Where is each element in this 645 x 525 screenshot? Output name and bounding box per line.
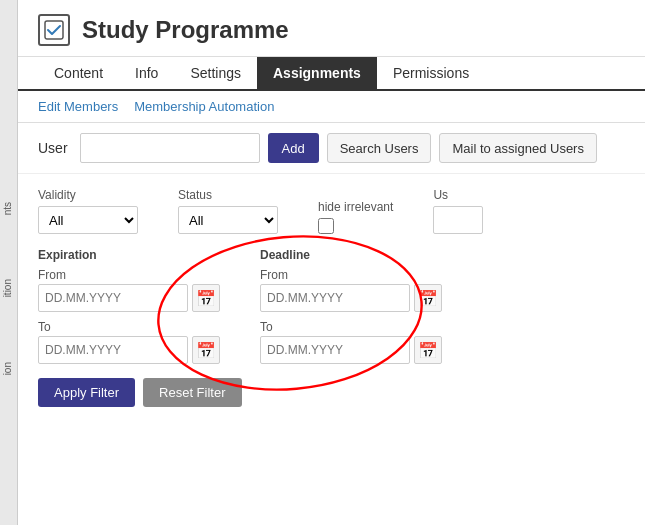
sidebar-label-2: ition [0,277,17,299]
main-content: Study Programme Content Info Settings As… [18,0,645,525]
sub-nav: Edit Members Membership Automation [18,91,645,123]
subnav-edit-members[interactable]: Edit Members [38,99,118,114]
search-users-button[interactable]: Search Users [327,133,432,163]
hide-irrelevant-group: hide irrelevant [318,200,393,234]
expiration-to-calendar-button[interactable]: 📅 [192,336,220,364]
deadline-title: Deadline [260,248,442,262]
apply-filter-button[interactable]: Apply Filter [38,378,135,407]
expiration-from-input[interactable] [38,284,188,312]
validity-label: Validity [38,188,138,202]
reset-filter-button[interactable]: Reset Filter [143,378,241,407]
deadline-from-row: From 📅 [260,268,442,312]
tab-assignments[interactable]: Assignments [257,57,377,89]
expiration-from-wrap: 📅 [38,284,220,312]
expiration-from-label: From [38,268,220,282]
mail-to-assigned-button[interactable]: Mail to assigned Users [439,133,597,163]
tab-info[interactable]: Info [119,57,174,89]
us-group: Us [433,188,483,234]
subnav-membership-automation[interactable]: Membership Automation [134,99,274,114]
expiration-group: Expiration From 📅 To [38,248,220,364]
validity-group: Validity All Valid Invalid [38,188,138,234]
validity-select[interactable]: All Valid Invalid [38,206,138,234]
add-button[interactable]: Add [268,133,319,163]
deadline-from-calendar-button[interactable]: 📅 [414,284,442,312]
deadline-group: Deadline From 📅 To [260,248,442,364]
deadline-to-row: To 📅 [260,320,442,364]
deadline-from-input[interactable] [260,284,410,312]
us-input[interactable] [433,206,483,234]
tabs-bar: Content Info Settings Assignments Permis… [18,57,645,91]
date-section: Expiration From 📅 To [38,248,625,364]
status-label: Status [178,188,278,202]
tab-content[interactable]: Content [38,57,119,89]
sidebar-label-3: ion [0,360,17,377]
deadline-to-label: To [260,320,442,334]
expiration-from-row: From 📅 [38,268,220,312]
page-title: Study Programme [82,16,289,44]
deadline-to-wrap: 📅 [260,336,442,364]
expiration-to-wrap: 📅 [38,336,220,364]
deadline-to-input[interactable] [260,336,410,364]
expiration-to-label: To [38,320,220,334]
deadline-date-group: From 📅 To 📅 [260,268,442,364]
user-input[interactable] [80,133,260,163]
deadline-to-calendar-button[interactable]: 📅 [414,336,442,364]
left-sidebar: nts ition ion [0,0,18,525]
expiration-to-row: To 📅 [38,320,220,364]
status-select[interactable]: All Active Inactive [178,206,278,234]
page-header: Study Programme [18,0,645,57]
expiration-from-calendar-button[interactable]: 📅 [192,284,220,312]
action-buttons: Apply Filter Reset Filter [38,378,625,407]
tab-permissions[interactable]: Permissions [377,57,485,89]
tab-settings[interactable]: Settings [174,57,257,89]
hide-irrelevant-checkbox[interactable] [318,218,334,234]
expiration-date-group: From 📅 To 📅 [38,268,220,364]
filter-row-1: Validity All Valid Invalid Status All Ac… [38,188,625,234]
status-group: Status All Active Inactive [178,188,278,234]
user-bar: User Add Search Users Mail to assigned U… [18,123,645,174]
user-label: User [38,140,68,156]
expiration-to-input[interactable] [38,336,188,364]
expiration-title: Expiration [38,248,220,262]
deadline-from-label: From [260,268,442,282]
page-icon [38,14,70,46]
hide-irrelevant-label: hide irrelevant [318,200,393,214]
sidebar-label-1: nts [0,200,17,217]
deadline-from-wrap: 📅 [260,284,442,312]
us-label: Us [433,188,483,202]
filter-section: Validity All Valid Invalid Status All Ac… [18,174,645,421]
